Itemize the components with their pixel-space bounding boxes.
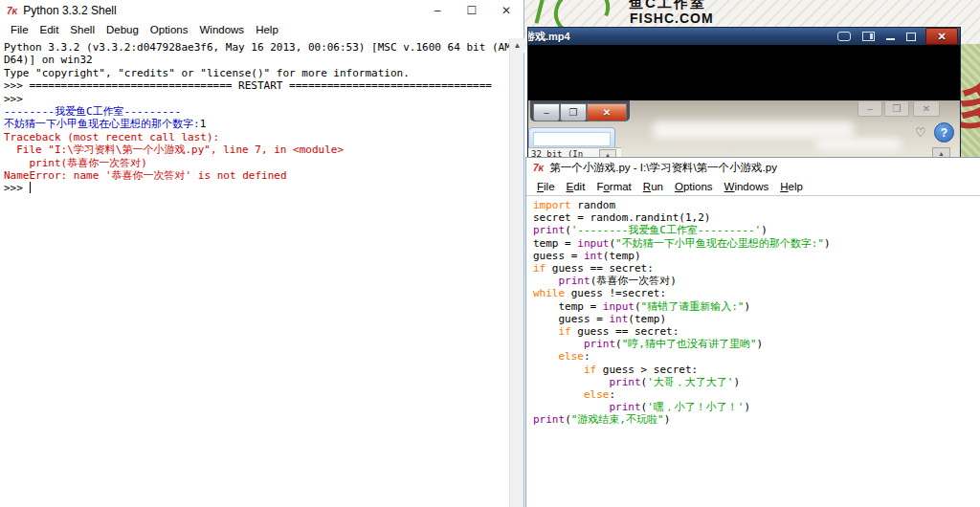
code-line: secret = random.randint(1,2) <box>533 211 980 224</box>
shell-line: File "I:\学习资料\第一个小游戏.py", line 7, in <mo… <box>4 143 509 156</box>
code-line: if guess == secret: <box>533 325 980 338</box>
code-line: while guess !=secret: <box>533 287 980 299</box>
editor-menu-options[interactable]: Options <box>669 180 719 193</box>
code-line: print('--------我爱鱼C工作室---------') <box>533 224 980 236</box>
shell-title: Python 3.3.2 Shell <box>23 4 116 17</box>
editor-menu-file[interactable]: File <box>531 180 561 193</box>
shell-menubar: FileEditShellDebugOptionsWindowsHelp <box>0 21 523 39</box>
video-player-window: 游戏.mp4 ✕ – ❐ ✕ 32 bit (In ▲ – <box>527 27 961 157</box>
code-line: print('大哥，大了大了') <box>533 376 980 388</box>
video-titlebar[interactable]: 游戏.mp4 ✕ <box>528 28 960 46</box>
wallpaper-green-strip: 多 <box>961 44 980 157</box>
shell-menu-edit[interactable]: Edit <box>34 23 65 36</box>
shell-minimize-button[interactable]: – <box>420 0 455 21</box>
desktop: 鱼C工作室 FISHC.COM 游戏.mp4 ✕ – ❐ ✕ 32 <box>0 0 980 507</box>
shell-menu-help[interactable]: Help <box>250 23 284 36</box>
shell-menu-file[interactable]: File <box>5 23 34 36</box>
code-line: guess = int(temp) <box>533 313 980 325</box>
video-letterbox[interactable] <box>528 45 960 100</box>
shell-line: Python 3.3.2 (v3.3.2:d047928ae3f6, May 1… <box>4 41 509 54</box>
editor-text-area[interactable]: import randomsecret = random.randint(1,2… <box>526 197 980 507</box>
code-line: if guess > secret: <box>533 364 980 376</box>
video-blur-detail <box>815 139 902 150</box>
code-line: import random <box>533 199 980 211</box>
shell-menu-debug[interactable]: Debug <box>100 23 145 36</box>
shell-line: 不妨猜一下小甲鱼现在心里想的那个数字:1 <box>4 118 509 130</box>
editor-menubar: FileEditFormatRunOptionsWindowsHelp <box>526 178 980 196</box>
recorded-minimize-icon: – <box>533 103 560 121</box>
editor-menu-edit[interactable]: Edit <box>561 180 591 193</box>
shell-line: NameError: name '恭喜你一次答对' is not defined <box>4 169 509 182</box>
shell-close-button[interactable]: ✕ <box>489 0 523 21</box>
shell-line: >>> ================================ RES… <box>4 79 509 92</box>
editor-title: 第一个小游戏.py - I:\学习资料\第一个小游戏.py <box>549 161 777 175</box>
shell-titlebar[interactable]: 7κ Python 3.3.2 Shell – ☐ ✕ <box>0 0 523 21</box>
shell-scrollbar[interactable]: ▲ <box>509 38 523 507</box>
shell-line: --------我爱鱼C工作室--------- <box>4 105 509 118</box>
recorded-close2-icon: ✕ <box>913 100 940 117</box>
video-close-button[interactable]: ✕ <box>925 28 958 45</box>
video-recorded-window-controls: – ❐ ✕ <box>530 100 630 121</box>
heart-icon: ♡ <box>915 125 926 140</box>
code-line: else: <box>533 388 980 401</box>
shell-text-area[interactable]: Python 3.3.2 (v3.3.2:d047928ae3f6, May 1… <box>0 38 509 507</box>
text-cursor <box>30 182 32 193</box>
recorded-restore2-icon: ❐ <box>884 100 909 117</box>
editor-menu-help[interactable]: Help <box>774 180 809 193</box>
shell-line: Traceback (most recent call last): <box>4 131 509 143</box>
recorded-restore-icon: ❐ <box>560 103 587 121</box>
scroll-up-arrow-icon[interactable]: ▲ <box>510 38 524 53</box>
shell-maximize-button[interactable]: ☐ <box>455 0 489 21</box>
code-line: guess = int(temp) <box>533 250 980 262</box>
code-line: print("游戏结束,不玩啦") <box>533 413 980 426</box>
recorded-minimize2-icon: – <box>858 100 882 117</box>
shell-line: >>> <box>4 182 509 194</box>
shell-menu-shell[interactable]: Shell <box>64 23 100 36</box>
shell-menu-options[interactable]: Options <box>145 23 194 36</box>
comment-bubble-icon[interactable] <box>837 32 851 41</box>
video-maximize-button[interactable] <box>906 33 916 41</box>
help-icon: ? <box>934 122 954 143</box>
video-minimize-button[interactable] <box>886 38 895 40</box>
code-line: print(恭喜你一次答对) <box>533 275 980 287</box>
python-shell-window: 7κ Python 3.3.2 Shell – ☐ ✕ FileEditShel… <box>0 0 524 507</box>
shell-line: Type "copyright", "credits" or "license(… <box>4 67 509 79</box>
idle-editor-window: 7κ 第一个小游戏.py - I:\学习资料\第一个小游戏.py FileEdi… <box>525 157 980 507</box>
code-line: print('嘿，小了！小了！') <box>533 401 980 413</box>
code-line: if guess == secret: <box>533 262 980 275</box>
playlist-panel-icon[interactable] <box>862 32 875 41</box>
shell-line: >>> <box>4 93 509 105</box>
editor-menu-format[interactable]: Format <box>590 180 636 193</box>
code-line: temp = input("猜错了请重新输入:") <box>533 300 980 313</box>
fishc-logo-site: FISHC.COM <box>630 11 714 26</box>
code-line: temp = input("不妨猜一下小甲鱼现在心里想的那个数字:") <box>533 237 980 250</box>
idle-app-icon: 7κ <box>533 163 544 173</box>
code-line: print("哼,猜中了也没有讲了里哟") <box>533 338 980 350</box>
video-blur-detail <box>653 121 854 139</box>
recorded-close-icon: ✕ <box>587 103 627 121</box>
idle-app-icon: 7κ <box>7 6 17 16</box>
code-line: else: <box>533 350 980 363</box>
video-title: 游戏.mp4 <box>528 30 570 44</box>
shell-line: print(恭喜你一次答对) <box>4 157 509 169</box>
editor-titlebar[interactable]: 7κ 第一个小游戏.py - I:\学习资料\第一个小游戏.py <box>526 158 980 178</box>
video-frame-content[interactable]: – ❐ ✕ 32 bit (In ▲ – ❐ ✕ ♡ ? ▲ <box>528 100 960 158</box>
editor-menu-run[interactable]: Run <box>637 180 669 193</box>
shell-menu-windows[interactable]: Windows <box>193 23 250 36</box>
editor-menu-windows[interactable]: Windows <box>719 180 775 193</box>
shell-line: D64)] on win32 <box>4 54 509 66</box>
calligraphy-character: 多 <box>961 73 980 136</box>
